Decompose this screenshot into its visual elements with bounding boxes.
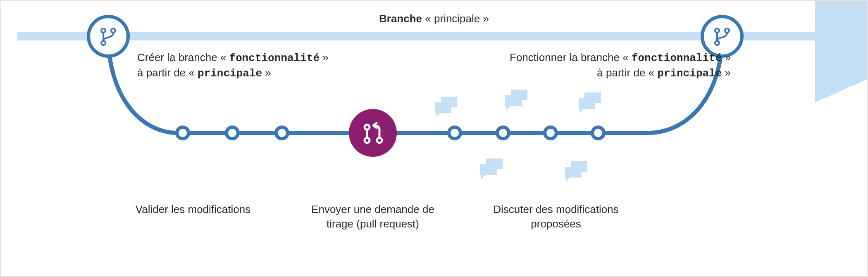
commit-node	[449, 127, 460, 139]
chat-icon	[435, 97, 457, 117]
svg-point-8	[349, 109, 397, 157]
commit-node	[177, 127, 188, 139]
commit-node	[227, 127, 238, 139]
commit-node	[276, 127, 288, 139]
chat-icon	[565, 161, 587, 182]
commit-node	[545, 127, 556, 139]
diagram-canvas	[1, 1, 868, 277]
caption-discuss: Discuter des modifications proposées	[482, 202, 630, 231]
merge-branch-text: Fonctionner la branche « fonctionnalité …	[499, 50, 731, 81]
commit-node	[497, 127, 509, 139]
caption-commit: Valider les modifications	[123, 202, 263, 217]
chat-icon	[579, 92, 601, 113]
create-branch-text: Créer la branche « fonctionnalité » à pa…	[137, 50, 352, 81]
chat-icon	[505, 90, 527, 110]
pull-request-node	[349, 109, 397, 157]
git-workflow-diagram: Branche « principale » Créer la branche …	[0, 0, 868, 277]
caption-pull-request: Envoyer une demande de tirage (pull requ…	[298, 202, 447, 231]
chat-icon	[480, 159, 503, 179]
commit-node	[592, 127, 604, 139]
main-branch-label: Branche « principale »	[1, 12, 867, 26]
